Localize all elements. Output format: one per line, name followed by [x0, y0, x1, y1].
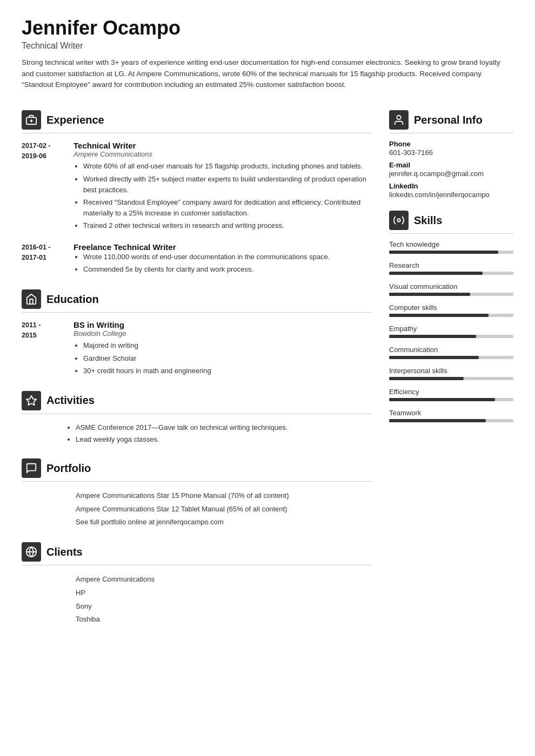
skill-item: Interpersonal skills — [389, 367, 513, 380]
experience-title: Experience — [46, 114, 104, 126]
left-column: Experience 2017-02 -2019-06 Technical Wr… — [22, 110, 372, 639]
portfolio-section: Portfolio Ampere Communications Star 15 … — [22, 458, 372, 529]
entry-dates: 2011 -2015 — [22, 320, 65, 377]
candidate-summary: Strong technical writer with 3+ years of… — [22, 57, 513, 91]
education-entries: 2011 -2015 BS in Writing Bowdoin College… — [22, 320, 372, 377]
resume-header: Jennifer Ocampo Technical Writer Strong … — [22, 17, 513, 91]
bullet: Trained 2 other technical writers in res… — [83, 220, 372, 231]
client-item: Ampere Communications — [76, 573, 372, 586]
job-title: Technical Writer — [73, 141, 372, 150]
education-entry: 2011 -2015 BS in Writing Bowdoin College… — [22, 320, 372, 377]
skill-item: Empathy — [389, 325, 513, 338]
skills-header: Skills — [389, 211, 513, 234]
client-item: Sony — [76, 600, 372, 613]
clients-list: Ampere CommunicationsHPSonyToshiba — [22, 573, 372, 626]
svg-point-7 — [397, 219, 400, 222]
skill-item: Tech knowledge — [389, 240, 513, 254]
personal-info-section: Personal Info Phone 601-303-7166 E-mail … — [389, 110, 513, 199]
skill-item: Teamwork — [389, 409, 513, 422]
candidate-title: Technical Writer — [22, 41, 513, 51]
education-icon — [22, 289, 41, 309]
clients-icon — [22, 542, 41, 562]
bullet: Commended 5x by clients for clarity and … — [83, 264, 372, 275]
phone-value: 601-303-7166 — [389, 148, 513, 157]
skills-title: Skills — [414, 214, 442, 227]
bullet: Worked directly with 25+ subject matter … — [83, 174, 372, 195]
activities-icon — [22, 391, 41, 410]
skill-item: Research — [389, 261, 513, 275]
entry-body: Freelance Technical Writer Wrote 110,000… — [73, 242, 372, 276]
skill-bar-fill — [389, 314, 489, 317]
skill-name: Efficiency — [389, 388, 513, 396]
activity-item: Lead weekly yoga classes. — [76, 434, 372, 446]
portfolio-title: Portfolio — [46, 462, 91, 475]
skill-name: Tech knowledge — [389, 240, 513, 248]
linkedin-label: LinkedIn — [389, 182, 513, 190]
portfolio-section-header: Portfolio — [22, 458, 372, 482]
activities-title: Activities — [46, 394, 95, 407]
experience-entry: 2017-02 -2019-06 Technical Writer Ampere… — [22, 141, 372, 233]
entry-bullets: Wrote 60% of all end-user manuals for 15… — [73, 161, 372, 231]
svg-point-6 — [397, 116, 400, 119]
svg-marker-3 — [26, 396, 36, 405]
phone-label: Phone — [389, 140, 513, 148]
skill-bar-bg — [389, 335, 513, 338]
skill-bar-fill — [389, 398, 495, 401]
skill-item: Visual communication — [389, 282, 513, 296]
entry-dates: 2017-02 -2019-06 — [22, 141, 65, 233]
content-columns: Experience 2017-02 -2019-06 Technical Wr… — [22, 110, 513, 639]
bullet: Received “Standout Employee” company awa… — [83, 197, 372, 219]
portfolio-list: Ampere Communications Star 15 Phone Manu… — [22, 489, 372, 529]
skill-bar-fill — [389, 419, 486, 422]
email-label: E-mail — [389, 161, 513, 169]
degree-name: BS in Writing — [73, 320, 372, 329]
portfolio-item: Ampere Communications Star 12 Tablet Man… — [76, 503, 372, 516]
activities-list: ASME Conference 2017—Gave talk on techni… — [22, 422, 372, 446]
skill-bar-bg — [389, 293, 513, 296]
skill-item: Communication — [389, 346, 513, 359]
skill-name: Teamwork — [389, 409, 513, 417]
skill-bar-fill — [389, 272, 483, 275]
portfolio-icon — [22, 458, 41, 478]
experience-entry: 2016-01 -2017-01 Freelance Technical Wri… — [22, 242, 372, 276]
experience-section-header: Experience — [22, 110, 372, 133]
company-name: Ampere Communications — [73, 150, 372, 158]
clients-section-header: Clients — [22, 542, 372, 565]
clients-title: Clients — [46, 546, 83, 558]
entry-body: BS in Writing Bowdoin College Majored in… — [73, 320, 372, 377]
skill-bar-bg — [389, 356, 513, 359]
entry-body: Technical Writer Ampere Communications W… — [73, 141, 372, 233]
education-title: Education — [46, 293, 99, 306]
experience-section: Experience 2017-02 -2019-06 Technical Wr… — [22, 110, 372, 276]
entry-bullets: Wrote 110,000 words of end-user document… — [73, 252, 372, 275]
skill-name: Interpersonal skills — [389, 367, 513, 375]
skill-name: Communication — [389, 346, 513, 354]
skill-bar-fill — [389, 356, 479, 359]
skill-bar-bg — [389, 398, 513, 401]
bullet: Wrote 60% of all end-user manuals for 15… — [83, 161, 372, 172]
school-name: Bowdoin College — [73, 329, 372, 338]
skill-bar-fill — [389, 251, 498, 254]
client-item: Toshiba — [76, 613, 372, 626]
skill-item: Efficiency — [389, 388, 513, 401]
bullet: Majored in writing — [83, 340, 372, 351]
skill-name: Research — [389, 261, 513, 269]
skill-name: Empathy — [389, 325, 513, 333]
skill-bar-bg — [389, 272, 513, 275]
activity-item: ASME Conference 2017—Gave talk on techni… — [76, 422, 372, 434]
skills-list: Tech knowledge Research Visual communica… — [389, 240, 513, 422]
skill-name: Visual communication — [389, 282, 513, 291]
education-section-header: Education — [22, 289, 372, 313]
activities-section-header: Activities — [22, 391, 372, 414]
skill-item: Computer skills — [389, 303, 513, 317]
skill-bar-bg — [389, 377, 513, 380]
education-section: Education 2011 -2015 BS in Writing Bowdo… — [22, 289, 372, 377]
experience-icon — [22, 110, 41, 130]
experience-entries: 2017-02 -2019-06 Technical Writer Ampere… — [22, 141, 372, 276]
skill-bar-fill — [389, 293, 470, 296]
right-column: Personal Info Phone 601-303-7166 E-mail … — [389, 110, 513, 639]
skill-bar-bg — [389, 419, 513, 422]
skill-bar-fill — [389, 335, 476, 338]
clients-section: Clients Ampere CommunicationsHPSonyToshi… — [22, 542, 372, 626]
bullet: Wrote 110,000 words of end-user document… — [83, 252, 372, 262]
